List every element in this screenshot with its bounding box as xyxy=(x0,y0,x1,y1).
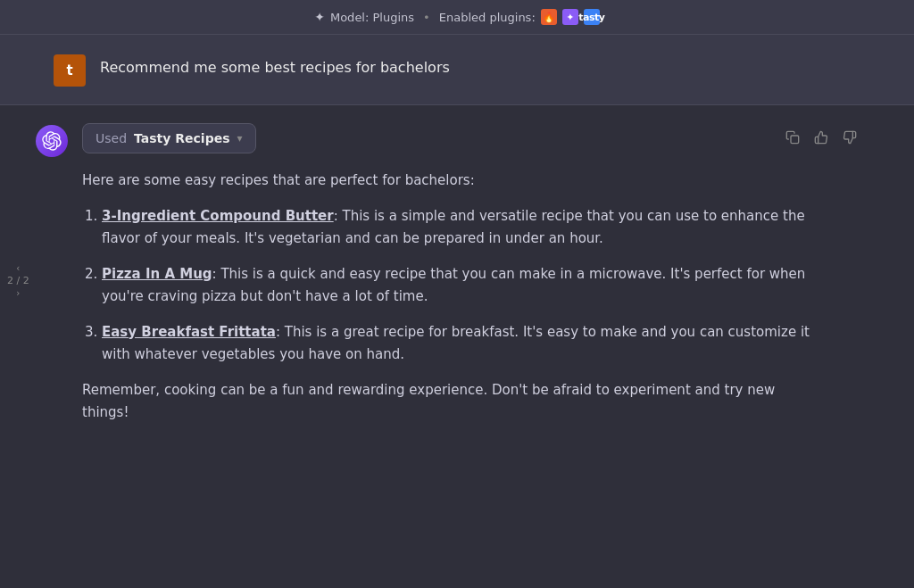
user-message-text: Recommend me some best recipes for bache… xyxy=(100,53,450,79)
recipe-list: 3-Ingredient Compound Butter: This is a … xyxy=(82,205,814,367)
recipe-link-2[interactable]: Pizza In A Mug xyxy=(102,266,212,282)
tasty-plugin-icon: tasty xyxy=(584,9,600,25)
face-plugin-icon: ✦ xyxy=(562,9,578,25)
user-message-row: t Recommend me some best recipes for bac… xyxy=(0,35,914,105)
list-item: Easy Breakfast Frittata: This is a great… xyxy=(102,321,814,367)
enabled-plugins-label: Enabled plugins: xyxy=(439,11,536,24)
openai-logo xyxy=(42,131,62,151)
response-intro: Here are some easy recipes that are perf… xyxy=(82,170,814,193)
recipe-link-3[interactable]: Easy Breakfast Frittata xyxy=(102,324,276,340)
model-label: Model: Plugins xyxy=(330,11,414,24)
fire-plugin-icon: 🔥 xyxy=(541,9,557,25)
plugin-used-name: Tasty Recipes xyxy=(134,131,229,145)
list-item: Pizza In A Mug: This is a quick and easy… xyxy=(102,263,814,309)
response-outro: Remember, cooking can be a fun and rewar… xyxy=(82,379,814,425)
thumbs-up-button[interactable] xyxy=(810,127,832,148)
plugin-used-dropdown[interactable]: Used Tasty Recipes ▾ xyxy=(82,123,256,153)
recipe-link-1[interactable]: 3-Ingredient Compound Butter xyxy=(102,208,334,224)
svg-rect-0 xyxy=(791,136,799,144)
ai-avatar xyxy=(36,125,68,157)
chevron-right-icon[interactable]: › xyxy=(16,287,20,297)
page-indicator[interactable]: ‹ 2 / 2 › xyxy=(7,262,29,297)
copy-button[interactable] xyxy=(782,127,803,148)
action-buttons xyxy=(782,127,860,148)
plugin-used-prefix: Used xyxy=(96,131,127,145)
puzzle-icon: ✦ xyxy=(314,10,325,24)
thumbs-down-button[interactable] xyxy=(839,127,860,148)
ai-content: Used Tasty Recipes ▾ Here are some easy … xyxy=(82,123,860,437)
user-avatar: t xyxy=(54,54,86,87)
chevron-down-icon: ▾ xyxy=(237,132,243,145)
avatar-letter: t xyxy=(66,62,72,79)
ai-response-row: ‹ 2 / 2 › Used Tasty Recipes ▾ Here are … xyxy=(0,105,914,455)
dot-separator: • xyxy=(423,11,430,24)
list-item: 3-Ingredient Compound Butter: This is a … xyxy=(102,205,814,251)
header-bar: ✦ Model: Plugins • Enabled plugins: 🔥 ✦ … xyxy=(0,0,914,35)
page-number: 2 / 2 xyxy=(7,274,29,286)
chevron-left-icon[interactable]: ‹ xyxy=(16,262,20,272)
response-text: Here are some easy recipes that are perf… xyxy=(82,170,814,425)
